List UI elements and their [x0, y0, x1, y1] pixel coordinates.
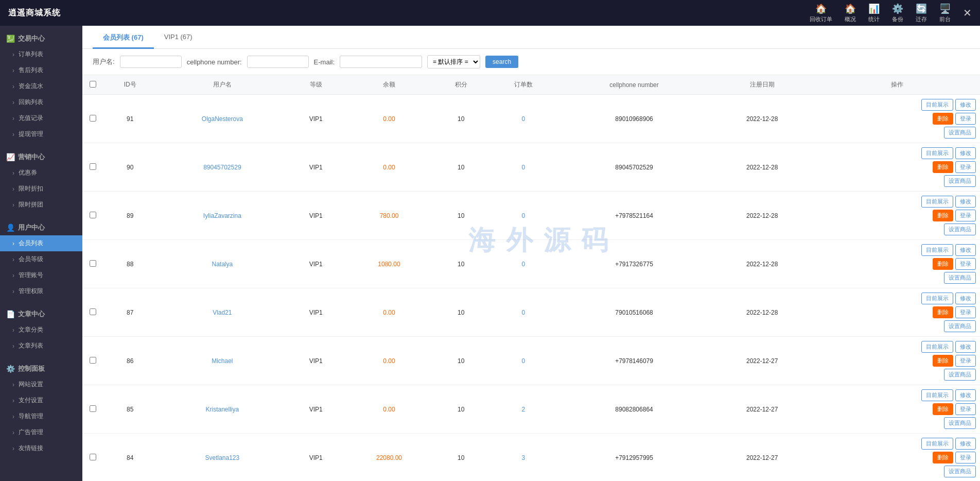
btn-delete-84[interactable]: 删除 [933, 452, 953, 463]
topbar-stats[interactable]: 📊 统计 [868, 3, 880, 23]
btn-set-87[interactable]: 设置商品 [944, 320, 976, 332]
btn-edit-90[interactable]: 修改 [955, 147, 976, 159]
topbar-actions: 🏠 回收订单 🏠 概况 📊 统计 ⚙️ 备份 🔄 迁存 🖥️ 前台 ✕ [810, 3, 972, 23]
topbar-frontend[interactable]: 🖥️ 前台 [939, 3, 951, 23]
email-label: E-mail: [314, 58, 335, 66]
btn-set-91[interactable]: 设置商品 [944, 127, 976, 139]
btn-delete-90[interactable]: 删除 [933, 161, 953, 173]
tab-vip1[interactable]: VIP1 (67) [154, 26, 203, 49]
btn-delete-91[interactable]: 删除 [933, 113, 953, 125]
btn-delete-86[interactable]: 删除 [933, 355, 953, 367]
sidebar-section-control-label: 控制面板 [18, 364, 45, 373]
sidebar-item-discount[interactable]: 限时折扣 [0, 181, 82, 197]
member-table-wrap: ID号 用户名 等级 余额 积分 订单数 cellphone number 注册… [82, 75, 980, 481]
sidebar-item-nav-manage[interactable]: 导航管理 [0, 408, 82, 424]
cell-username-89: IyliaZavarzina [157, 192, 287, 240]
row-checkbox-85[interactable] [90, 405, 96, 412]
control-icon: ⚙️ [6, 365, 15, 373]
btn-delete-87[interactable]: 删除 [933, 306, 953, 318]
row-checkbox-88[interactable] [90, 260, 96, 267]
btn-show-85[interactable]: 目前展示 [921, 389, 953, 401]
topbar-orders[interactable]: 🏠 回收订单 [810, 3, 832, 23]
row-checkbox-87[interactable] [90, 308, 96, 315]
sidebar-item-ad-manage[interactable]: 广告管理 [0, 424, 82, 440]
btn-show-91[interactable]: 目前展示 [921, 99, 953, 111]
sidebar-item-order-list[interactable]: 订单列表 [0, 46, 82, 62]
table-row: 86 Michael VIP1 0.00 10 0 +7978146079 20… [82, 337, 980, 385]
btn-delete-85[interactable]: 删除 [933, 403, 953, 415]
row-checkbox-84[interactable] [90, 454, 96, 460]
sidebar-item-cashflow[interactable]: 资金流水 [0, 78, 82, 94]
btn-login-86[interactable]: 登录 [955, 355, 976, 367]
btn-show-90[interactable]: 目前展示 [921, 147, 953, 159]
sidebar-item-admin-account[interactable]: 管理账号 [0, 267, 82, 283]
row-checkbox-89[interactable] [90, 212, 96, 218]
topbar-overview-label: 概况 [845, 15, 856, 23]
btn-set-89[interactable]: 设置商品 [944, 224, 976, 235]
sidebar-item-site-settings[interactable]: 网站设置 [0, 376, 82, 392]
btn-delete-88[interactable]: 删除 [933, 258, 953, 270]
topbar-restore[interactable]: 🔄 迁存 [916, 3, 927, 23]
btn-edit-91[interactable]: 修改 [955, 99, 976, 111]
cell-date-87: 2022-12-28 [710, 288, 815, 337]
btn-edit-84[interactable]: 修改 [955, 438, 976, 450]
row-checkbox-90[interactable] [90, 163, 96, 170]
btn-edit-89[interactable]: 修改 [955, 196, 976, 208]
tab-member-list[interactable]: 会员列表 (67) [93, 26, 154, 49]
refresh-icon: 🔄 [916, 3, 927, 14]
btn-edit-86[interactable]: 修改 [955, 341, 976, 353]
topbar-backup[interactable]: ⚙️ 备份 [892, 3, 903, 23]
email-input[interactable] [340, 56, 422, 68]
btn-set-86[interactable]: 设置商品 [944, 369, 976, 381]
sidebar-item-article-list[interactable]: 文章列表 [0, 338, 82, 354]
btn-set-85[interactable]: 设置商品 [944, 417, 976, 429]
sidebar-item-buyback[interactable]: 回购列表 [0, 94, 82, 110]
cell-phone-85: 89082806864 [558, 385, 709, 434]
btn-login-85[interactable]: 登录 [955, 403, 976, 415]
sidebar-item-group[interactable]: 限时拼团 [0, 197, 82, 213]
sidebar-item-aftersales[interactable]: 售后列表 [0, 62, 82, 78]
sort-select[interactable]: = 默认排序 =余额升序余额降序积分升序积分降序 [427, 55, 480, 68]
btn-show-84[interactable]: 目前展示 [921, 438, 953, 450]
btn-set-84[interactable]: 设置商品 [944, 466, 976, 477]
close-button[interactable]: ✕ [963, 7, 972, 19]
table-row: 84 Svetlana123 VIP1 22080.00 10 3 +79129… [82, 434, 980, 482]
btn-login-89[interactable]: 登录 [955, 210, 976, 221]
btn-edit-88[interactable]: 修改 [955, 244, 976, 256]
cell-balance-88: 1080.00 [344, 240, 434, 288]
sidebar-item-recharge[interactable]: 充值记录 [0, 110, 82, 126]
cell-date-88: 2022-12-28 [710, 240, 815, 288]
sidebar-item-admin-perm[interactable]: 管理权限 [0, 283, 82, 299]
search-button[interactable]: search [485, 56, 518, 68]
btn-edit-85[interactable]: 修改 [955, 389, 976, 401]
topbar-overview[interactable]: 🏠 概况 [845, 3, 856, 23]
btn-delete-89[interactable]: 删除 [933, 210, 953, 221]
btn-login-91[interactable]: 登录 [955, 113, 976, 125]
btn-set-88[interactable]: 设置商品 [944, 272, 976, 284]
btn-login-90[interactable]: 登录 [955, 161, 976, 173]
btn-edit-87[interactable]: 修改 [955, 293, 976, 304]
btn-login-87[interactable]: 登录 [955, 306, 976, 318]
cell-orders-91: 0 [488, 95, 558, 143]
row-checkbox-86[interactable] [90, 357, 96, 364]
phone-input[interactable] [247, 56, 309, 68]
username-input[interactable] [120, 56, 182, 68]
btn-show-89[interactable]: 目前展示 [921, 196, 953, 208]
sidebar-item-member-level[interactable]: 会员等级 [0, 251, 82, 267]
sidebar-item-coupons[interactable]: 优惠券 [0, 165, 82, 181]
select-all-checkbox[interactable] [90, 81, 96, 88]
row-checkbox-91[interactable] [90, 115, 96, 122]
action-row1-84: 目前展示 修改 [921, 438, 976, 450]
btn-login-84[interactable]: 登录 [955, 452, 976, 463]
btn-show-87[interactable]: 目前展示 [921, 293, 953, 304]
sidebar-item-member-list[interactable]: 会员列表 [0, 235, 82, 251]
sidebar-item-friend-links[interactable]: 友情链接 [0, 440, 82, 456]
btn-show-88[interactable]: 目前展示 [921, 244, 953, 256]
sidebar-item-pay-settings[interactable]: 支付设置 [0, 392, 82, 408]
btn-login-88[interactable]: 登录 [955, 258, 976, 270]
sidebar-item-article-cat[interactable]: 文章分类 [0, 322, 82, 338]
btn-set-90[interactable]: 设置商品 [944, 175, 976, 187]
sidebar-item-withdraw[interactable]: 提现管理 [0, 126, 82, 142]
cell-id-90: 90 [103, 143, 157, 192]
btn-show-86[interactable]: 目前展示 [921, 341, 953, 353]
